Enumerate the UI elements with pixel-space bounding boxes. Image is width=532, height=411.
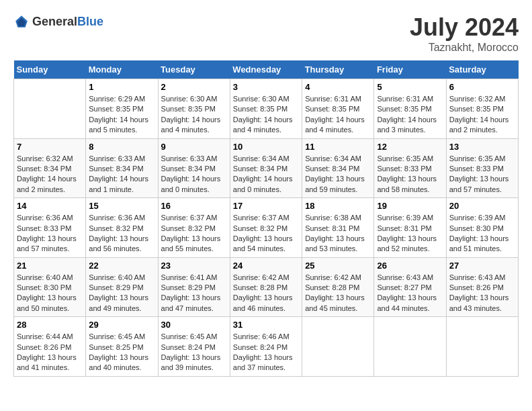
calendar-cell: 5Sunrise: 6:31 AMSunset: 8:35 PMDaylight… (374, 79, 446, 139)
calendar-cell: 18Sunrise: 6:38 AMSunset: 8:31 PMDayligh… (302, 198, 374, 258)
cell-info: Sunrise: 6:46 AMSunset: 8:24 PMDaylight:… (233, 332, 299, 373)
day-number: 23 (161, 261, 227, 271)
day-header-friday: Friday (374, 60, 446, 79)
location-subtitle: Taznakht, Morocco (410, 42, 519, 54)
cell-info: Sunrise: 6:45 AMSunset: 8:25 PMDaylight:… (89, 332, 154, 373)
calendar-cell: 3Sunrise: 6:30 AMSunset: 8:35 PMDaylight… (230, 79, 302, 139)
calendar-week-row: 28Sunrise: 6:44 AMSunset: 8:26 PMDayligh… (14, 317, 519, 377)
cell-info: Sunrise: 6:31 AMSunset: 8:35 PMDaylight:… (377, 94, 443, 136)
calendar-cell: 17Sunrise: 6:37 AMSunset: 8:32 PMDayligh… (230, 198, 302, 258)
cell-info: Sunrise: 6:40 AMSunset: 8:29 PMDaylight:… (89, 273, 154, 314)
logo: GeneralBlue (13, 13, 103, 30)
calendar-cell: 20Sunrise: 6:39 AMSunset: 8:30 PMDayligh… (446, 198, 518, 258)
day-number: 27 (449, 261, 515, 271)
day-number: 19 (377, 201, 443, 211)
calendar-cell: 23Sunrise: 6:41 AMSunset: 8:29 PMDayligh… (158, 257, 230, 317)
day-header-thursday: Thursday (302, 60, 374, 79)
cell-info: Sunrise: 6:34 AMSunset: 8:34 PMDaylight:… (233, 154, 299, 195)
cell-info: Sunrise: 6:41 AMSunset: 8:29 PMDaylight:… (161, 273, 227, 314)
day-number: 5 (377, 82, 443, 92)
day-number: 3 (233, 82, 299, 92)
day-number: 12 (377, 142, 443, 152)
cell-info: Sunrise: 6:36 AMSunset: 8:32 PMDaylight:… (89, 213, 154, 255)
cell-info: Sunrise: 6:40 AMSunset: 8:30 PMDaylight:… (17, 273, 83, 314)
calendar-cell: 16Sunrise: 6:37 AMSunset: 8:32 PMDayligh… (158, 198, 230, 258)
calendar-cell (14, 79, 86, 139)
day-header-sunday: Sunday (14, 60, 86, 79)
day-header-wednesday: Wednesday (230, 60, 302, 79)
cell-info: Sunrise: 6:42 AMSunset: 8:28 PMDaylight:… (233, 273, 299, 314)
day-number: 13 (449, 142, 515, 152)
calendar-cell: 28Sunrise: 6:44 AMSunset: 8:26 PMDayligh… (14, 317, 86, 377)
cell-info: Sunrise: 6:42 AMSunset: 8:28 PMDaylight:… (305, 273, 371, 314)
calendar-cell: 9Sunrise: 6:33 AMSunset: 8:34 PMDaylight… (158, 138, 230, 198)
day-number: 16 (161, 201, 227, 211)
day-header-monday: Monday (86, 60, 158, 79)
day-number: 4 (305, 82, 371, 92)
cell-info: Sunrise: 6:37 AMSunset: 8:32 PMDaylight:… (233, 213, 299, 255)
logo-icon (13, 13, 30, 30)
day-number: 7 (17, 142, 83, 152)
day-header-saturday: Saturday (446, 60, 518, 79)
cell-info: Sunrise: 6:35 AMSunset: 8:33 PMDaylight:… (377, 154, 443, 195)
calendar-cell: 7Sunrise: 6:32 AMSunset: 8:34 PMDaylight… (14, 138, 86, 198)
title-block: July 2024 Taznakht, Morocco (410, 13, 519, 54)
calendar-table: SundayMondayTuesdayWednesdayThursdayFrid… (13, 60, 519, 377)
calendar-cell: 26Sunrise: 6:43 AMSunset: 8:27 PMDayligh… (374, 257, 446, 317)
calendar-cell: 30Sunrise: 6:45 AMSunset: 8:24 PMDayligh… (158, 317, 230, 377)
calendar-cell: 25Sunrise: 6:42 AMSunset: 8:28 PMDayligh… (302, 257, 374, 317)
cell-info: Sunrise: 6:30 AMSunset: 8:35 PMDaylight:… (233, 94, 299, 136)
cell-info: Sunrise: 6:29 AMSunset: 8:35 PMDaylight:… (89, 94, 154, 136)
cell-info: Sunrise: 6:31 AMSunset: 8:35 PMDaylight:… (305, 94, 371, 136)
day-number: 8 (89, 142, 154, 152)
day-number: 18 (305, 201, 371, 211)
logo-blue-text: Blue (77, 15, 103, 28)
cell-info: Sunrise: 6:37 AMSunset: 8:32 PMDaylight:… (161, 213, 227, 255)
day-number: 26 (377, 261, 443, 271)
day-number: 31 (233, 320, 299, 330)
calendar-cell: 8Sunrise: 6:33 AMSunset: 8:34 PMDaylight… (86, 138, 158, 198)
calendar-cell: 10Sunrise: 6:34 AMSunset: 8:34 PMDayligh… (230, 138, 302, 198)
calendar-header-row: SundayMondayTuesdayWednesdayThursdayFrid… (14, 60, 519, 79)
calendar-cell: 1Sunrise: 6:29 AMSunset: 8:35 PMDaylight… (86, 79, 158, 139)
day-number: 1 (89, 82, 154, 92)
cell-info: Sunrise: 6:32 AMSunset: 8:34 PMDaylight:… (17, 154, 83, 195)
calendar-week-row: 14Sunrise: 6:36 AMSunset: 8:33 PMDayligh… (14, 198, 519, 258)
calendar-cell: 13Sunrise: 6:35 AMSunset: 8:33 PMDayligh… (446, 138, 518, 198)
calendar-cell: 29Sunrise: 6:45 AMSunset: 8:25 PMDayligh… (86, 317, 158, 377)
logo-general-text: General (32, 15, 77, 28)
cell-info: Sunrise: 6:33 AMSunset: 8:34 PMDaylight:… (89, 154, 154, 195)
day-number: 15 (89, 201, 154, 211)
cell-info: Sunrise: 6:32 AMSunset: 8:35 PMDaylight:… (449, 94, 515, 136)
day-number: 6 (449, 82, 515, 92)
calendar-cell: 4Sunrise: 6:31 AMSunset: 8:35 PMDaylight… (302, 79, 374, 139)
day-number: 10 (233, 142, 299, 152)
calendar-cell: 14Sunrise: 6:36 AMSunset: 8:33 PMDayligh… (14, 198, 86, 258)
cell-info: Sunrise: 6:30 AMSunset: 8:35 PMDaylight:… (161, 94, 227, 136)
calendar-cell: 22Sunrise: 6:40 AMSunset: 8:29 PMDayligh… (86, 257, 158, 317)
cell-info: Sunrise: 6:36 AMSunset: 8:33 PMDaylight:… (17, 213, 83, 255)
calendar-cell: 21Sunrise: 6:40 AMSunset: 8:30 PMDayligh… (14, 257, 86, 317)
day-number: 21 (17, 261, 83, 271)
day-number: 28 (17, 320, 83, 330)
calendar-cell: 19Sunrise: 6:39 AMSunset: 8:31 PMDayligh… (374, 198, 446, 258)
calendar-cell: 24Sunrise: 6:42 AMSunset: 8:28 PMDayligh… (230, 257, 302, 317)
day-number: 17 (233, 201, 299, 211)
calendar-cell: 27Sunrise: 6:43 AMSunset: 8:26 PMDayligh… (446, 257, 518, 317)
day-number: 22 (89, 261, 154, 271)
day-number: 30 (161, 320, 227, 330)
day-number: 25 (305, 261, 371, 271)
cell-info: Sunrise: 6:34 AMSunset: 8:34 PMDaylight:… (305, 154, 371, 195)
calendar-cell: 6Sunrise: 6:32 AMSunset: 8:35 PMDaylight… (446, 79, 518, 139)
cell-info: Sunrise: 6:38 AMSunset: 8:31 PMDaylight:… (305, 213, 371, 255)
cell-info: Sunrise: 6:33 AMSunset: 8:34 PMDaylight:… (161, 154, 227, 195)
day-number: 20 (449, 201, 515, 211)
cell-info: Sunrise: 6:45 AMSunset: 8:24 PMDaylight:… (161, 332, 227, 373)
calendar-cell (446, 317, 518, 377)
page-header: GeneralBlue July 2024 Taznakht, Morocco (13, 13, 519, 54)
calendar-week-row: 21Sunrise: 6:40 AMSunset: 8:30 PMDayligh… (14, 257, 519, 317)
calendar-cell: 15Sunrise: 6:36 AMSunset: 8:32 PMDayligh… (86, 198, 158, 258)
day-number: 29 (89, 320, 154, 330)
cell-info: Sunrise: 6:44 AMSunset: 8:26 PMDaylight:… (17, 332, 83, 373)
day-header-tuesday: Tuesday (158, 60, 230, 79)
